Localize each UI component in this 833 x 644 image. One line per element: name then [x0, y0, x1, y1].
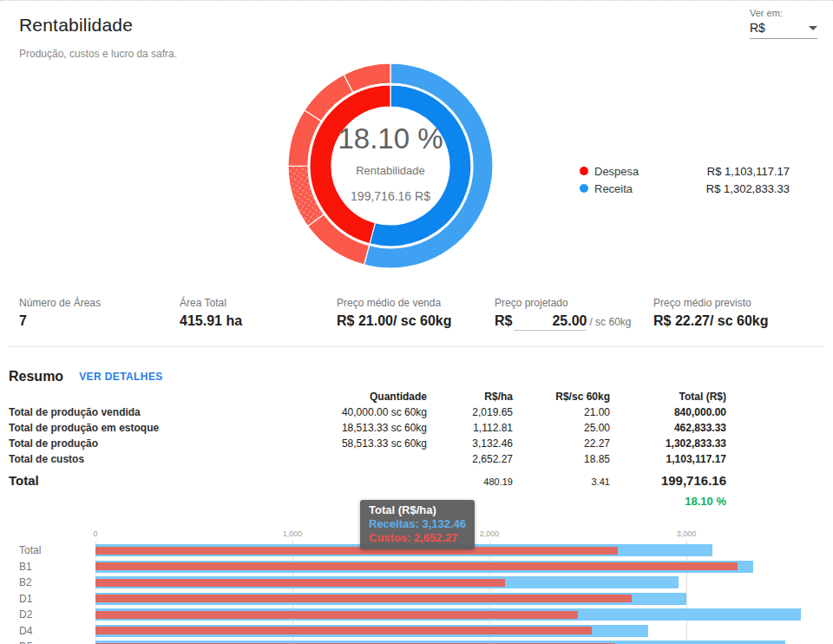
resumo-total-row: Total 480.19 3.41 199,716.16 [9, 473, 726, 488]
total-label: Total [9, 473, 288, 488]
cell-rha: 2,652.27 [427, 451, 513, 467]
column-header: Total (R$) [610, 389, 726, 404]
stat-value: 7 [19, 313, 101, 329]
resumo-section: Resumo VER DETALHES QuantidadeR$/haR$/sc… [9, 369, 824, 508]
stat-preco-medio-previsto: Preço médio previsto R$ 22.27/ sc 60kg [653, 297, 769, 329]
cell-quantidade [288, 451, 427, 467]
currency-select[interactable]: R$ [750, 21, 817, 39]
bar-row-d5: D5 [0, 639, 833, 644]
view-in-label: Ver em: [750, 8, 817, 18]
cell-quantidade: 18,513.33 sc 60kg [288, 420, 427, 436]
cell-rsc: 21.00 [513, 404, 610, 420]
donut-legend: Despesa R$ 1,103,117.17 Receita R$ 1,302… [580, 162, 790, 197]
page-header: Rentabilidade Produção, custos e lucro d… [19, 15, 177, 60]
stat-numero-areas: Número de Áreas 7 [19, 297, 101, 329]
stat-label: Preço médio previsto [653, 297, 769, 309]
custos-bar[interactable] [95, 611, 578, 619]
row-label: Total de produção [9, 436, 288, 451]
stats-row: Número de Áreas 7 Área Total 415.91 ha P… [0, 297, 833, 338]
row-label: Total de custos [9, 451, 288, 467]
donut-chart[interactable] [279, 55, 502, 277]
cell-total: 1,302,833.33 [610, 436, 726, 451]
view-in-control: Ver em: R$ [750, 8, 817, 39]
bar-row-d1: D1 [0, 591, 833, 608]
currency-select-value: R$ [750, 21, 765, 35]
stat-preco-medio-venda: Preço médio de venda R$ 21.00/ sc 60kg [337, 297, 452, 329]
total-value: 199,716.16 [610, 473, 726, 488]
ver-detalhes-link[interactable]: VER DETALHES [79, 371, 163, 383]
projected-price-input[interactable] [514, 313, 587, 331]
legend-item-receita[interactable]: Receita R$ 1,302,833.33 [580, 180, 790, 197]
custos-bar[interactable] [95, 595, 632, 602]
cell-rsc: 22.27 [513, 436, 610, 451]
row-label: Total de produção em estoque [9, 420, 288, 436]
legend-value: R$ 1,302,833.33 [706, 182, 790, 195]
x-axis-tick: 2,000 [480, 529, 500, 538]
stat-label: Número de Áreas [19, 297, 101, 309]
stat-value: R$ 21.00/ sc 60kg [337, 313, 452, 329]
stat-value: 415.91 ha [180, 313, 242, 329]
cell-rha: 3,132.46 [427, 436, 513, 451]
stat-label: Preço médio de venda [337, 297, 452, 309]
column-header: R$/ha [427, 389, 513, 404]
total-rha: 480.19 [427, 476, 513, 487]
tooltip-title: Total (R$/ha) [369, 503, 466, 516]
bar-category-label: B2 [19, 576, 32, 588]
custos-bar[interactable] [95, 547, 618, 555]
stat-value: R$ 22.27/ sc 60kg [653, 313, 769, 329]
cell-rsc: 25.00 [513, 420, 610, 436]
resumo-title: Resumo [9, 369, 63, 384]
custos-bar[interactable] [95, 562, 738, 570]
legend-item-despesa[interactable]: Despesa R$ 1,103,117.17 [580, 162, 790, 180]
cell-total: 1,103,117.17 [610, 451, 726, 467]
bar-track [95, 623, 833, 640]
page-subtitle: Produção, custos e lucro da safra. [19, 48, 177, 60]
bar-category-label: D2 [19, 608, 32, 621]
bar-category-label: D4 [19, 625, 32, 637]
page-title: Rentabilidade [19, 15, 177, 36]
bar-category-label: Total [19, 544, 41, 556]
column-header: R$/sc 60kg [513, 389, 610, 404]
chart-tooltip: Total (R$/ha) Receitas: 3,132.46 Custos:… [360, 500, 475, 549]
receita-dot-icon [580, 184, 588, 193]
tooltip-custos: Custos: 2,652.27 [369, 531, 466, 544]
bar-category-label: B1 [19, 561, 32, 573]
cell-total: 462,833.33 [610, 420, 726, 436]
bar-row-d4: D4 [0, 623, 833, 640]
resumo-table: QuantidadeR$/haR$/sc 60kgTotal (R$)Total… [9, 389, 726, 467]
total-rsc: 3.41 [513, 476, 610, 487]
bar-track [95, 607, 833, 623]
stat-preco-projetado: Preço projetado R$ / sc 60kg [495, 297, 631, 331]
bar-row-b1: B1 [0, 559, 833, 575]
tooltip-receitas: Receitas: 3,132.46 [369, 517, 466, 530]
header-spacer [9, 389, 288, 404]
stat-label: Área Total [180, 297, 242, 309]
bar-category-label: D5 [19, 641, 32, 644]
cell-total: 840,000.00 [610, 404, 726, 420]
bar-category-label: D1 [19, 593, 32, 605]
row-label: Total de produção vendida [9, 404, 288, 420]
chevron-down-icon [809, 26, 817, 30]
custos-bar[interactable] [95, 579, 505, 587]
legend-label: Despesa [594, 165, 639, 178]
cell-rsc: 18.85 [513, 451, 610, 467]
cell-rha: 1,112.81 [427, 420, 513, 436]
x-axis-tick: 3,000 [677, 529, 697, 538]
unit-suffix: / sc 60kg [589, 316, 631, 328]
rentabilidade-page: Rentabilidade Produção, custos e lucro d… [0, 0, 833, 644]
legend-value: R$ 1,103,117.17 [707, 165, 790, 178]
stat-area-total: Área Total 415.91 ha [180, 297, 242, 329]
bar-row-d2: D2 [0, 607, 833, 623]
cell-quantidade: 40,000.00 sc 60kg [288, 404, 427, 420]
bar-track [95, 559, 833, 575]
x-axis-tick: 1,000 [283, 529, 303, 538]
bar-rows: TotalB1B2D1D2D4D5 [0, 542, 833, 644]
cell-rha: 2,019.65 [427, 404, 513, 420]
currency-prefix: R$ [495, 313, 512, 329]
bar-track [95, 591, 833, 608]
legend-label: Receita [594, 182, 633, 195]
custos-bar[interactable] [95, 627, 592, 634]
bar-track [95, 639, 833, 644]
x-axis-tick: 0 [93, 529, 97, 538]
cell-quantidade: 58,513.33 sc 60kg [288, 436, 427, 451]
